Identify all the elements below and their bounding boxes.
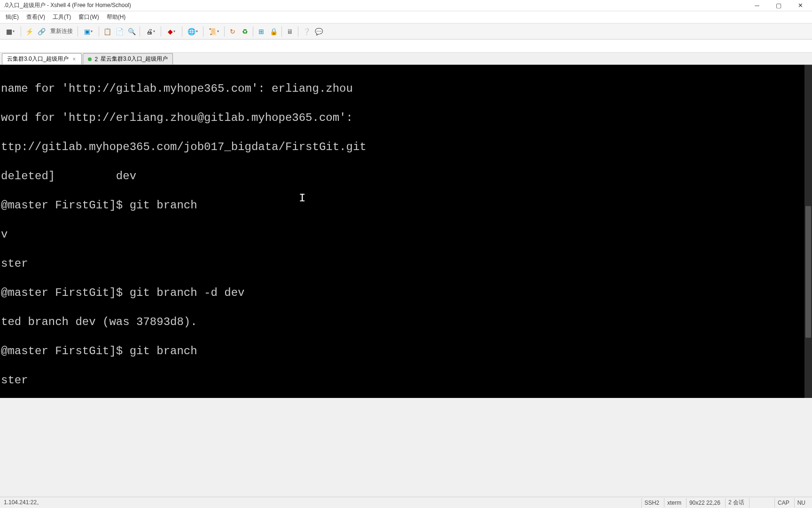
toolbar-separator [298,26,298,37]
tab-number: 2 [94,56,98,63]
text-cursor-icon: I [299,191,305,206]
terminal-line: v [0,227,812,242]
scrollbar-thumb[interactable] [805,206,811,338]
grid-icon[interactable]: ⊞ [256,26,266,37]
status-sessions: 2 会话 [725,498,747,508]
toolbar-separator [78,26,78,37]
status-protocol: SSH2 [641,498,662,508]
reconnect-button[interactable]: 重新连接 [48,27,75,35]
stop-icon[interactable]: ♻ [240,26,250,37]
tab-close-icon[interactable]: × [71,56,77,63]
paste-icon[interactable]: 📄 [114,26,125,37]
status-caps: CAP [774,498,792,508]
tab-label: 星云集群3.0入口_超级用户 [101,55,168,63]
link-icon[interactable]: 🔗 [36,26,47,37]
terminal-line: word for 'http://erliang.zhou@gitlab.myh… [0,111,812,125]
status-left: 1.104.241:22。 [4,499,42,507]
help-icon[interactable]: ❔ [301,26,312,37]
copy-icon[interactable]: 📋 [102,26,112,37]
menu-help[interactable]: 帮助(H) [103,12,130,23]
window-title: .0入口_超级用户 - Xshell 4 (Free for Home/Scho… [4,1,131,9]
toolbar-separator [161,26,161,37]
chat-icon[interactable]: 💬 [313,26,324,37]
refresh-icon[interactable]: ↻ [227,26,238,37]
search-icon[interactable]: 🔍 [126,26,137,37]
lock-icon[interactable]: 🔒 [268,26,279,37]
terminal[interactable]: name for 'http://gitlab.myhope365.com': … [0,65,812,398]
tab-session-1[interactable]: 云集群3.0入口_超级用户 × [2,53,82,64]
window-controls: ─ ▢ ✕ [746,0,811,11]
tab-status-icon [88,57,92,61]
toolbar-separator [281,26,282,37]
tab-label: 云集群3.0入口_超级用户 [7,55,69,63]
menu-view[interactable]: 查看(V) [23,12,49,23]
status-num: NU [794,498,808,508]
status-host: 1.104.241:22。 [4,499,42,507]
address-bar-area [0,40,812,53]
status-size: 90x22 22,26 [686,498,723,508]
globe-icon[interactable]: 🌐▾ [185,26,200,37]
maximize-button[interactable]: ▢ [768,0,789,11]
status-term-type: xterm [664,498,684,508]
terminal-line: ster [0,373,812,388]
toolbar-separator [21,26,21,37]
terminal-line: deleted] dev [0,169,812,183]
tab-session-2[interactable]: 2 星云集群3.0入口_超级用户 [83,53,173,64]
minimize-button[interactable]: ─ [746,0,768,11]
toolbar: ▦▾ ⚡ 🔗 重新连接 ▣▾ 📋 📄 🔍 🖨▾ ◆▾ 🌐▾ 📜▾ ↻ ♻ ⊞ 🔒… [0,24,812,40]
menu-tools[interactable]: 工具(T) [49,12,75,23]
status-spacer [749,498,773,508]
toolbar-separator [182,26,182,37]
toolbar-separator [224,26,225,37]
terminal-line: @master FirstGit]$ git branch -d dev [0,286,812,300]
close-button[interactable]: ✕ [789,0,811,11]
session-dropdown-icon[interactable]: ▣▾ [81,26,96,37]
menu-window[interactable]: 窗口(W) [75,12,102,23]
monitor-icon[interactable]: 🖥 [285,26,295,37]
toolbar-separator [253,26,253,37]
tabbar: 云集群3.0入口_超级用户 × 2 星云集群3.0入口_超级用户 [0,53,812,65]
terminal-line: ster [0,256,812,271]
toolbar-separator [140,26,140,37]
terminal-line: @master FirstGit]$ git branch [0,344,812,358]
menubar: 辑(E) 查看(V) 工具(T) 窗口(W) 帮助(H) [0,11,812,24]
font-icon[interactable]: ◆▾ [164,26,179,37]
terminal-line: ted branch dev (was 37893d8). [0,315,812,329]
terminal-line: ttp://gitlab.myhope365.com/job017_bigdat… [0,140,812,154]
menu-edit[interactable]: 辑(E) [2,12,23,23]
status-right: SSH2 xterm 90x22 22,26 2 会话 CAP NU [641,498,808,508]
script-icon[interactable]: 📜▾ [206,26,221,37]
terminal-scrollbar[interactable] [804,65,812,398]
terminal-line: @master FirstGit]$ git branch [0,198,812,213]
print-icon[interactable]: 🖨▾ [143,26,158,37]
toolbar-separator [99,26,99,37]
toolbar-separator [203,26,203,37]
statusbar: 1.104.241:22。 SSH2 xterm 90x22 22,26 2 会… [0,497,812,508]
titlebar: .0入口_超级用户 - Xshell 4 (Free for Home/Scho… [0,0,812,11]
new-session-icon[interactable]: ▦▾ [3,26,18,37]
connect-icon[interactable]: ⚡ [24,26,34,37]
terminal-line: name for 'http://gitlab.myhope365.com': … [0,81,812,96]
